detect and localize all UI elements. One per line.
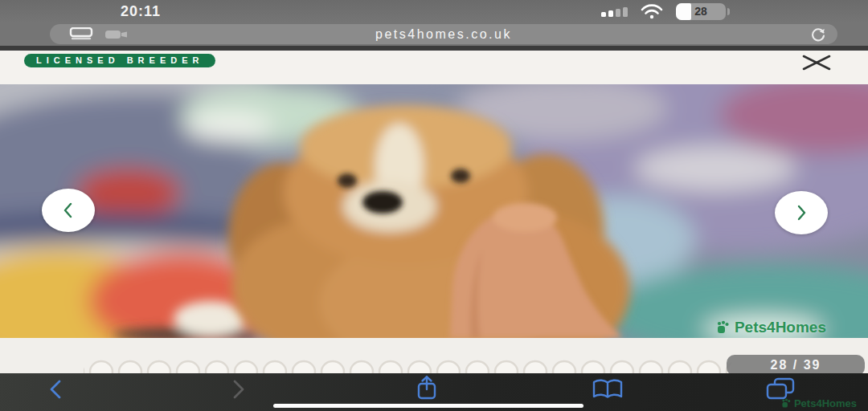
url-text: pets4homes.co.uk — [50, 27, 837, 42]
video-camera-icon — [104, 28, 129, 41]
browser-window-icon — [69, 27, 93, 42]
address-field[interactable]: pets4homes.co.uk — [50, 24, 837, 44]
bookmarks-icon — [592, 379, 624, 400]
photo-viewer: Pets4Homes — [0, 84, 868, 338]
back-icon — [45, 378, 66, 401]
battery-tip — [727, 8, 730, 15]
previous-photo-button[interactable] — [42, 189, 95, 232]
battery-icon: 28 — [676, 3, 726, 20]
home-indicator[interactable] — [273, 404, 583, 408]
clock: 20:11 — [121, 3, 209, 20]
photo-counter: 28 / 39 — [771, 358, 821, 372]
chevron-left-icon — [59, 201, 77, 219]
photo-watermark: Pets4Homes — [716, 319, 826, 336]
reload-button[interactable] — [810, 26, 826, 43]
pets4homes-logo: Pets4Homes — [781, 397, 857, 409]
address-left-icons — [69, 27, 129, 42]
lightbox-header: LICENSED BREEDER — [0, 51, 868, 84]
thumbnail-strip[interactable]: 28 / 39 — [0, 338, 868, 373]
chevron-right-icon — [792, 204, 810, 222]
watermark-text: Pets4Homes — [735, 319, 826, 336]
safari-address-row: pets4homes.co.uk — [0, 22, 868, 46]
safari-toolbar: Pets4Homes — [0, 373, 868, 411]
status-icons: 28 — [601, 2, 786, 20]
paw-icon — [716, 320, 731, 335]
status-bar: 20:11 28 — [0, 0, 868, 22]
forward-icon — [228, 378, 249, 401]
paw-icon — [781, 398, 792, 409]
puppy-photo — [0, 84, 868, 338]
battery-percent: 28 — [694, 5, 707, 18]
licensed-breeder-badge: LICENSED BREEDER — [24, 54, 215, 67]
battery-fill — [676, 3, 691, 20]
back-button[interactable] — [45, 378, 66, 403]
footer-logo-text: Pets4Homes — [794, 397, 857, 409]
iphone-safari-screen: 20:11 28 — [0, 0, 868, 411]
forward-button[interactable] — [228, 378, 249, 403]
close-icon — [800, 52, 833, 73]
cellular-signal-icon — [601, 6, 628, 17]
close-button[interactable] — [800, 52, 833, 73]
next-photo-button[interactable] — [775, 191, 828, 234]
bookmarks-button[interactable] — [592, 379, 624, 402]
wifi-icon — [640, 3, 664, 19]
share-icon — [415, 375, 439, 402]
share-button[interactable] — [415, 375, 439, 405]
